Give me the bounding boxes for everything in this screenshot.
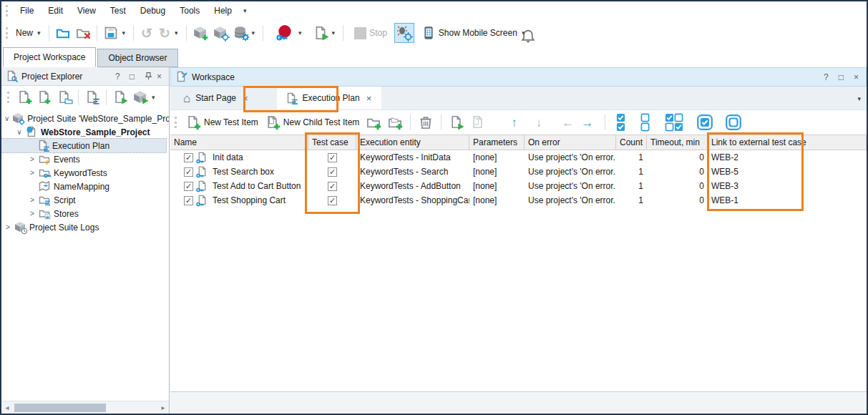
column-header-on-error[interactable]: On error <box>525 135 616 150</box>
save-button[interactable]: ▾ <box>101 23 130 43</box>
new-test-item-button[interactable]: New Test Item <box>183 112 261 132</box>
maximize-icon[interactable]: □ <box>836 72 847 82</box>
parameters-cell[interactable]: [none] <box>469 152 525 162</box>
add-new-item-button[interactable] <box>34 87 54 107</box>
column-header-count[interactable]: Count <box>616 135 647 150</box>
scroll-right-icon[interactable]: ▸ <box>157 404 169 411</box>
notifications-bell-icon[interactable] <box>520 29 535 43</box>
close-file-button[interactable] <box>73 23 93 43</box>
close-icon[interactable]: × <box>365 93 374 104</box>
count-cell[interactable]: 1 <box>616 152 647 162</box>
execution-entity-cell[interactable]: KeywordTests - ShoppingCart <box>356 195 469 205</box>
menu-help[interactable]: Help <box>207 3 239 19</box>
record-button[interactable]: ▾ <box>273 23 306 43</box>
timeout-cell[interactable]: 0 <box>647 195 708 205</box>
horizontal-scrollbar[interactable]: ◂ ▸ <box>1 401 169 414</box>
parameters-cell[interactable]: [none] <box>469 195 525 205</box>
toolbar-grip[interactable] <box>6 27 9 39</box>
run-project-suite-button[interactable]: ▾ <box>130 87 160 107</box>
object-spy-button[interactable] <box>210 23 230 43</box>
indent-button[interactable]: → <box>578 112 596 132</box>
expander-icon[interactable]: > <box>4 223 11 231</box>
close-icon[interactable]: × <box>851 72 862 82</box>
row-enabled-checkbox[interactable]: ✓ <box>184 167 193 177</box>
parameters-cell[interactable]: [none] <box>469 181 525 191</box>
menu-file[interactable]: File <box>13 3 41 19</box>
tree-item-script[interactable]: > Script <box>1 193 169 207</box>
tree-item-events[interactable]: > Events <box>1 152 169 166</box>
column-header-timeout[interactable]: Timeout, min <box>647 135 708 150</box>
open-file-button[interactable] <box>53 23 73 43</box>
on-error-cell[interactable]: Use project's 'On error... <box>525 152 616 162</box>
menu-debug[interactable]: Debug <box>133 3 172 19</box>
count-cell[interactable]: 1 <box>616 195 647 205</box>
new-child-group-button[interactable] <box>385 112 405 132</box>
run-selected-button[interactable] <box>447 112 467 132</box>
delete-button[interactable] <box>416 112 436 132</box>
run-test-button[interactable]: ▾ <box>311 23 340 43</box>
tree-item-keywordtests[interactable]: > KeywordTests <box>1 166 169 180</box>
execution-entity-cell[interactable]: KeywordTests - Search <box>356 167 469 177</box>
execution-entity-cell[interactable]: KeywordTests - AddButton <box>356 181 469 191</box>
move-up-button[interactable]: ↑ <box>508 112 520 132</box>
expander-icon[interactable]: > <box>29 196 36 204</box>
toolbar-grip[interactable] <box>6 5 9 16</box>
show-report-button[interactable] <box>468 112 488 132</box>
scrollbar-thumb[interactable] <box>14 404 106 412</box>
help-icon[interactable]: ? <box>112 72 123 82</box>
on-error-cell[interactable]: Use project's 'On error... <box>525 195 616 205</box>
tree-item-project[interactable]: ∨ WebStore_Sample_Project <box>1 125 169 139</box>
menu-tools[interactable]: Tools <box>172 3 207 19</box>
organize-test-items-button[interactable] <box>82 87 102 107</box>
data-generator-button[interactable]: ▾ <box>230 23 260 43</box>
menu-test[interactable]: Test <box>103 3 133 19</box>
tree-item-namemapping[interactable]: NameMapping <box>1 180 169 193</box>
debug-mode-button[interactable] <box>394 23 414 43</box>
row-enabled-checkbox[interactable]: ✓ <box>184 196 193 205</box>
run-project-button[interactable] <box>110 87 130 107</box>
new-child-test-item-button[interactable]: New Child Test Item <box>263 112 362 132</box>
uncheck-selected-button[interactable] <box>723 112 744 132</box>
expander-icon[interactable]: > <box>29 155 36 163</box>
column-header-name[interactable]: Name <box>170 135 308 150</box>
execution-entity-cell[interactable]: KeywordTests - InitData <box>356 152 469 162</box>
tab-object-browser[interactable]: Object Browser <box>97 49 177 67</box>
on-error-cell[interactable]: Use project's 'On error... <box>525 167 616 177</box>
stop-button[interactable]: Stop <box>351 23 390 43</box>
toolbar-grip[interactable] <box>175 117 178 128</box>
new-group-button[interactable] <box>364 112 384 132</box>
tree-item-execution-plan[interactable]: Execution Plan <box>1 139 166 152</box>
pin-icon[interactable] <box>141 72 150 81</box>
tab-list-chevron-icon[interactable]: ▾ <box>857 95 861 102</box>
add-existing-item-button[interactable] <box>54 87 74 107</box>
help-icon[interactable]: ? <box>821 72 832 82</box>
timeout-cell[interactable]: 0 <box>647 152 708 162</box>
column-header-parameters[interactable]: Parameters <box>469 135 525 150</box>
row-enabled-checkbox[interactable]: ✓ <box>184 153 193 162</box>
toolbar-grip[interactable] <box>7 92 11 103</box>
menu-edit[interactable]: Edit <box>41 3 70 19</box>
tab-project-workspace[interactable]: Project Workspace <box>3 47 96 67</box>
expander-icon[interactable]: ∨ <box>4 114 9 122</box>
check-all-button[interactable] <box>613 112 629 132</box>
expander-icon[interactable]: > <box>29 169 36 177</box>
count-cell[interactable]: 1 <box>616 167 647 177</box>
tree-item-project-suite-logs[interactable]: > Project Suite Logs <box>1 220 169 234</box>
invert-checks-button[interactable] <box>662 112 687 132</box>
undo-button[interactable]: ↺ <box>137 23 156 43</box>
outdent-button[interactable]: ← <box>559 112 577 132</box>
menu-view[interactable]: View <box>70 3 103 19</box>
new-button[interactable]: New▾ <box>13 23 45 43</box>
expander-icon[interactable]: ∨ <box>16 128 23 136</box>
redo-button[interactable]: ↻▾ <box>156 23 182 43</box>
scroll-left-icon[interactable]: ◂ <box>1 404 13 411</box>
row-enabled-checkbox[interactable]: ✓ <box>184 182 193 191</box>
tree-item-project-suite[interactable]: ∨ Project Suite 'WebStore_Sample_Proje <box>1 112 169 125</box>
timeout-cell[interactable]: 0 <box>647 167 708 177</box>
move-down-button[interactable]: ↓ <box>533 112 545 132</box>
on-error-cell[interactable]: Use project's 'On error... <box>525 181 616 191</box>
add-object-button[interactable] <box>190 23 210 43</box>
parameters-cell[interactable]: [none] <box>469 167 525 177</box>
menu-overflow-icon[interactable]: ▾ <box>239 7 251 14</box>
count-cell[interactable]: 1 <box>616 181 647 191</box>
